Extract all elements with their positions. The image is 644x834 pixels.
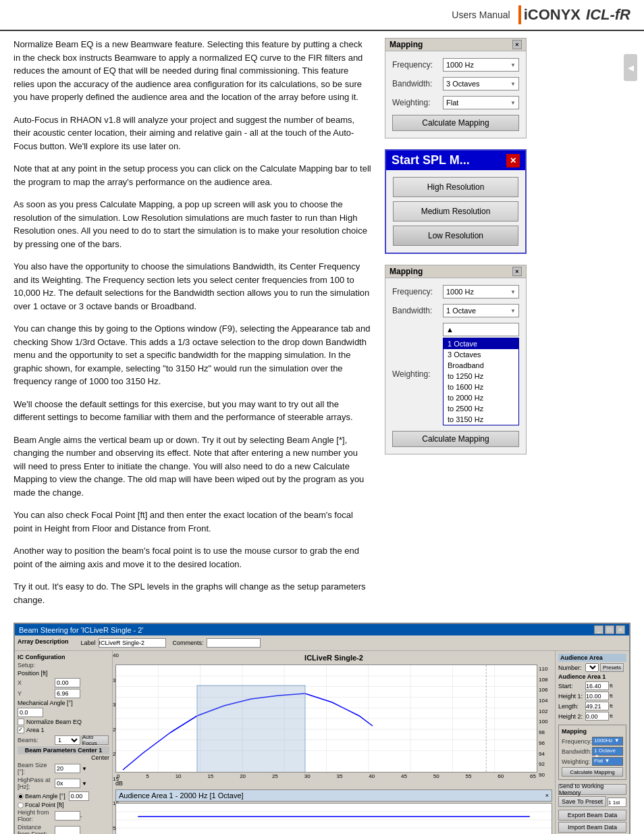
area1-label: Area 1 [26, 727, 45, 733]
mm-bw-label: Bandwidth: [562, 748, 592, 755]
dropdown-item-3octaves[interactable]: 3 Octaves [444, 349, 518, 360]
restore-button[interactable]: □ [605, 625, 614, 634]
height-floor-label: Height from Floor: [18, 809, 55, 823]
low-resolution-button[interactable]: Low Resolution [393, 226, 518, 246]
bandwidth-select-2[interactable]: 1 Octave ▼ [443, 304, 519, 317]
mm-calc-button[interactable]: Calculate Mapping [562, 767, 623, 777]
high-resolution-button[interactable]: High Resolution [393, 177, 518, 197]
calc-mapping-button-2[interactable]: Calculate Mapping [392, 431, 519, 447]
brand-model: ICL-fR [586, 6, 630, 24]
dropdown-item-1octave[interactable]: 1 Octave [444, 338, 518, 349]
dropdown-item-1250[interactable]: to 1250 Hz [444, 371, 518, 382]
weighting-select-1[interactable]: Flat ▼ [443, 96, 519, 109]
beam-size-unit: ▼ [82, 766, 87, 772]
area1-checkbox[interactable] [18, 727, 24, 733]
medium-resolution-button[interactable]: Medium Resolution [393, 201, 518, 221]
dropdown-item-1600[interactable]: to 1600 Hz [444, 382, 518, 392]
beams-row: Beams: 1 Auto Focus [18, 735, 109, 745]
mapping-title-1: Mapping [390, 40, 423, 49]
mm-bw-select[interactable]: 1 Octave ▼ [592, 747, 623, 756]
array-desc-panel: Array Description Label Comments: [15, 635, 629, 651]
dropdown-item-2500[interactable]: to 2500 Hz [444, 403, 518, 414]
calc-mapping-button-1[interactable]: Calculate Mapping [392, 115, 519, 131]
paragraph-2: Auto-Focus in RHAON v1.8 will analyze yo… [14, 113, 371, 153]
brand-bar [518, 5, 521, 24]
send-working-memory-button[interactable]: Send to Working Memory [558, 784, 626, 795]
beam-content: IC Configuration Setup: Position [ft] X … [15, 651, 629, 834]
mapping-close-1[interactable]: × [512, 40, 522, 49]
beams-select[interactable]: 1 [55, 735, 80, 745]
spl-close-button[interactable]: ✕ [506, 154, 520, 167]
ic-configuration-panel: IC Configuration Setup: Position [ft] X … [15, 651, 113, 834]
frequency-select-2[interactable]: 1000 Hz ▼ [443, 285, 519, 298]
dropdown-item-2000[interactable]: to 2000 Hz [444, 392, 518, 403]
presets-button[interactable]: Presets [600, 663, 624, 672]
db-label: dB [115, 780, 552, 787]
distance-front-input[interactable] [55, 826, 80, 834]
height1-input[interactable] [585, 692, 609, 700]
comments-input[interactable] [207, 638, 261, 648]
save-preset-row: Save To Preset [558, 796, 626, 808]
position-x-input[interactable] [55, 678, 80, 687]
minimize-button[interactable]: _ [594, 625, 603, 634]
mm-wt-select[interactable]: Flat ▼ [592, 757, 623, 766]
ic-config-label: IC Configuration [18, 654, 109, 660]
dropdown-item-broadband[interactable]: Broadband [444, 360, 518, 371]
label-input[interactable] [99, 638, 166, 648]
beam-angle-radio[interactable] [18, 793, 24, 800]
beam-window: Beam Steering for 'ICLiveR Single - 2' _… [14, 623, 630, 834]
high-pass-input[interactable] [55, 779, 80, 788]
mm-freq-select[interactable]: 1000Hz ▼ [592, 737, 623, 746]
beam-params-section: Beam Parameters Center 1 Center Beam Siz… [18, 746, 109, 834]
focal-point-radio[interactable] [18, 802, 24, 808]
right-column: Mapping × Frequency: 1000 Hz ▼ Bandwidth… [385, 38, 533, 616]
position-x-row: X [18, 678, 109, 687]
close-button[interactable]: × [616, 625, 625, 634]
normalize-checkbox[interactable] [18, 719, 24, 725]
auto-focus-button[interactable]: Auto Focus [82, 735, 109, 745]
export-beam-data-button[interactable]: Export Beam Data [558, 810, 626, 820]
audience-close[interactable]: × [545, 792, 549, 799]
mapping-dialog-1: Mapping × Frequency: 1000 Hz ▼ Bandwidth… [385, 38, 527, 138]
bandwidth-arrow-2: ▼ [510, 308, 516, 314]
chart-title: ICLiveR Single-2 [115, 654, 552, 662]
mech-angle-input[interactable] [18, 708, 43, 717]
audience-number-select[interactable]: 1 [585, 663, 599, 672]
weighting-select-2[interactable]: ▲ [443, 323, 519, 336]
page-arrow-icon: ◂ [624, 54, 637, 81]
bandwidth-dropdown-list[interactable]: 1 Octave 3 Octaves Broadband to 1250 Hz … [443, 338, 519, 425]
array-desc-label: Array Description [18, 638, 69, 648]
position-y-input[interactable] [55, 689, 80, 698]
length-input[interactable] [585, 702, 609, 710]
start-input[interactable] [585, 681, 609, 690]
beam-angle-input[interactable] [69, 791, 89, 801]
center-label: Center [18, 754, 109, 761]
mech-angle-row [18, 708, 109, 717]
dropdown-item-3150[interactable]: to 3150 Hz [444, 414, 518, 425]
bandwidth-select-1[interactable]: 3 Octaves ▼ [443, 77, 519, 90]
beam-size-input[interactable] [55, 764, 80, 773]
frequency-select-1[interactable]: 1000 Hz ▼ [443, 58, 519, 72]
audience-chart-svg [116, 804, 552, 834]
import-beam-data-button[interactable]: Import Beam Data [558, 822, 626, 833]
beam-angle-label: Beam Angle [°] [25, 793, 65, 800]
mapping-close-2[interactable]: × [512, 267, 522, 276]
beam-size-label: Beam Size [°]: [18, 762, 55, 775]
frequency-arrow-1: ▼ [510, 62, 516, 68]
height-floor-input[interactable] [55, 811, 80, 820]
high-pass-label: HighPass at [Hz]: [18, 777, 55, 790]
weighting-label-2: Weighting: [392, 369, 443, 379]
weighting-arrow-1: ▼ [510, 100, 516, 106]
paragraph-5: You also have the opportunity to choose … [14, 260, 371, 313]
beam-size-row: Beam Size [°]: ▼ [18, 762, 109, 775]
bandwidth-label-2: Bandwidth: [392, 306, 443, 315]
spl-dialog: Start SPL M... ✕ High Resolution Medium … [385, 149, 527, 254]
paragraph-1: Normalize Beam EQ is a new Beamware feat… [14, 38, 371, 104]
preset-value-input[interactable] [608, 798, 626, 807]
mm-freq-label: Frequency: [562, 738, 592, 745]
height2-input[interactable] [585, 712, 609, 721]
text-column: Normalize Beam EQ is a new Beamware feat… [14, 38, 371, 616]
save-preset-button[interactable]: Save To Preset [558, 796, 606, 807]
mapping-mini-title: Mapping [562, 728, 623, 735]
label-field-label: Label [81, 640, 96, 646]
